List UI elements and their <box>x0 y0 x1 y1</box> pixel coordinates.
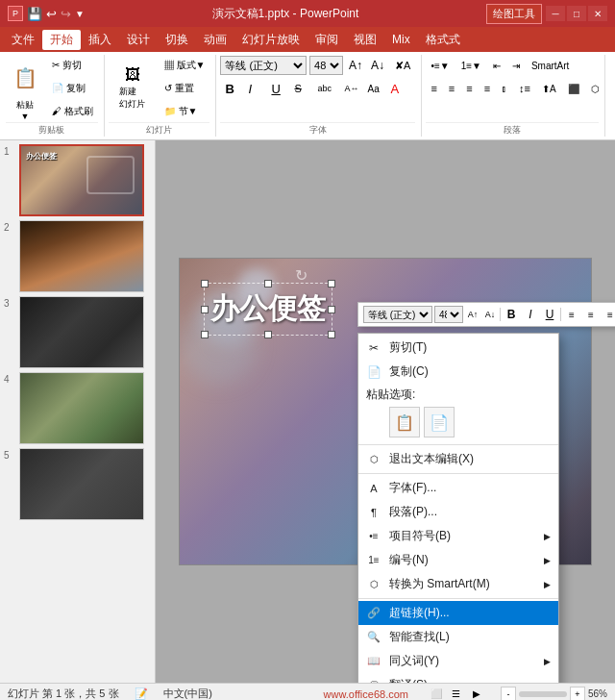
strikethrough-button[interactable]: S <box>289 78 310 99</box>
slide-preview-3[interactable] <box>19 296 144 368</box>
paste-option-1[interactable]: 📋 <box>389 407 420 438</box>
mini-shrink-btn[interactable]: A↓ <box>482 306 498 323</box>
font-family-select[interactable]: 等线 (正文) <box>220 56 307 75</box>
menu-transition[interactable]: 切换 <box>158 30 196 50</box>
font-color-button[interactable]: A <box>385 78 406 99</box>
menu-slideshow[interactable]: 幻灯片放映 <box>234 30 308 50</box>
font-grow-button[interactable]: A↑ <box>346 55 365 76</box>
font-size-select[interactable]: 48 <box>309 56 343 75</box>
handle-br[interactable] <box>328 331 335 338</box>
font-shrink-button[interactable]: A↓ <box>368 55 387 76</box>
text-align-button[interactable]: ⬛ <box>563 78 584 99</box>
paste-dropdown[interactable]: ▼ <box>21 112 30 121</box>
slide-reset-button[interactable]: ↺ 重置 <box>160 78 210 99</box>
new-slide-button[interactable]: 🖼 新建幻灯片 <box>109 63 157 113</box>
line-spacing-button[interactable]: ↕≡ <box>514 78 535 99</box>
mini-align-center[interactable]: ≡ <box>582 306 600 323</box>
cm-bullets[interactable]: •≡ 项目符号(B) ▶ <box>358 524 558 548</box>
cm-smartart[interactable]: ⬡ 转换为 SmartArt(M) ▶ <box>358 572 558 596</box>
quick-access-undo[interactable]: ↩ <box>46 7 57 21</box>
smartart-button[interactable]: SmartArt <box>527 55 574 76</box>
handle-bl[interactable] <box>201 331 209 338</box>
slide-preview-2[interactable] <box>19 220 144 292</box>
slide-preview-5[interactable] <box>19 448 144 520</box>
notes-icon[interactable]: 📝 <box>135 688 148 700</box>
zoom-out-btn[interactable]: - <box>501 687 516 701</box>
paste-button[interactable]: 📋 <box>6 57 44 99</box>
text-direction-button[interactable]: ⬆A <box>537 78 561 99</box>
handle-tr[interactable] <box>328 280 335 288</box>
handle-tl[interactable] <box>201 280 209 288</box>
handle-bm[interactable] <box>264 331 272 338</box>
italic-button[interactable]: I <box>243 78 264 99</box>
slide-thumb-4[interactable]: 4 <box>4 372 151 444</box>
menu-home[interactable]: 开始 <box>42 30 81 50</box>
mini-font-select[interactable]: 等线 (正文) <box>363 306 432 323</box>
slide-thumb-3[interactable]: 3 <box>4 296 151 368</box>
mini-align-left[interactable]: ≡ <box>563 306 580 323</box>
columns-button[interactable]: ⫾ <box>497 78 512 99</box>
handle-tm[interactable] <box>264 280 272 288</box>
align-left-button[interactable]: ≡ <box>426 78 441 99</box>
minimize-button[interactable]: ─ <box>546 6 565 21</box>
close-button[interactable]: ✕ <box>588 6 607 21</box>
edit-area[interactable]: 办公便签 ↻ 等线 (正文) 48 A↑ A↓ B I U ≡ ≡ ≡ ≡ <box>156 140 615 683</box>
bullets-button[interactable]: •≡▼ <box>426 55 454 76</box>
bold-button[interactable]: B <box>220 78 241 99</box>
slide-preview-1[interactable]: 办公便签 <box>19 144 144 216</box>
handle-mr[interactable] <box>328 306 335 313</box>
outline-view-btn[interactable]: ☰ <box>448 686 465 701</box>
indent-more-button[interactable]: ⇥ <box>507 55 525 76</box>
normal-view-btn[interactable]: ⬜ <box>428 686 445 701</box>
cm-font[interactable]: A 字体(F)... <box>358 476 558 500</box>
clear-format-button[interactable]: ✘A <box>390 55 415 76</box>
align-center-button[interactable]: ≡ <box>444 78 459 99</box>
cut-button[interactable]: ✂ 剪切 <box>47 55 98 76</box>
menu-view[interactable]: 视图 <box>346 30 384 50</box>
cm-copy[interactable]: 📄 复制(C) <box>358 360 558 384</box>
cm-numbering[interactable]: 1≡ 编号(N) ▶ <box>358 548 558 572</box>
mini-italic-btn[interactable]: I <box>522 306 539 323</box>
handle-ml[interactable] <box>201 306 209 313</box>
slide-layout-button[interactable]: ▦ 版式▼ <box>160 55 210 76</box>
quick-access-redo[interactable]: ↪ <box>61 7 71 21</box>
mini-bold-btn[interactable]: B <box>503 306 520 323</box>
rotate-handle[interactable]: ↻ <box>295 266 308 285</box>
slideshow-btn[interactable]: ▶ <box>468 686 485 701</box>
spacing-button[interactable]: A↔ <box>339 78 360 99</box>
menu-file[interactable]: 文件 <box>4 30 42 50</box>
cm-translate[interactable]: ㊊ 翻译(S) <box>358 673 558 683</box>
copy-button[interactable]: 📄 复制 <box>47 78 98 99</box>
align-right-button[interactable]: ≡ <box>461 78 477 99</box>
menu-design[interactable]: 设计 <box>119 30 158 50</box>
slide-thumb-2[interactable]: 2 <box>4 220 151 292</box>
mini-grow-btn[interactable]: A↑ <box>465 306 480 323</box>
maximize-button[interactable]: □ <box>567 6 586 21</box>
quick-access-more[interactable]: ▼ <box>75 9 85 19</box>
format-painter-button[interactable]: 🖌 格式刷 <box>47 101 98 122</box>
zoom-in-btn[interactable]: + <box>570 687 585 701</box>
mini-align-right[interactable]: ≡ <box>602 306 615 323</box>
convert-to-smartart-btn[interactable]: ⬡ <box>586 78 604 99</box>
numbering-button[interactable]: 1≡▼ <box>456 55 486 76</box>
underline-button[interactable]: U <box>266 78 287 99</box>
menu-format[interactable]: 格式式 <box>418 30 468 50</box>
cm-exit-edit[interactable]: ⬡ 退出文本编辑(X) <box>358 447 558 471</box>
slide-thumb-1[interactable]: 1 办公便签 <box>4 144 151 216</box>
text-box[interactable]: 办公便签 <box>204 283 332 336</box>
quick-access-save[interactable]: 💾 <box>27 7 42 21</box>
justify-button[interactable]: ≡ <box>480 78 495 99</box>
menu-review[interactable]: 审阅 <box>308 30 346 50</box>
indent-less-button[interactable]: ⇤ <box>488 55 505 76</box>
zoom-slider[interactable] <box>519 691 567 697</box>
menu-animation[interactable]: 动画 <box>196 30 234 50</box>
menu-insert[interactable]: 插入 <box>81 30 119 50</box>
mini-underline-btn[interactable]: U <box>541 306 558 323</box>
menu-mix[interactable]: Mix <box>384 31 418 48</box>
shadow-button[interactable]: abc <box>312 78 337 99</box>
cm-hyperlink[interactable]: 🔗 超链接(H)... <box>358 601 558 625</box>
slide-section-button[interactable]: 📁 节▼ <box>160 101 210 122</box>
cm-synonyms[interactable]: 📖 同义词(Y) ▶ <box>358 649 558 673</box>
case-button[interactable]: Aa <box>362 78 383 99</box>
cm-smart-search[interactable]: 🔍 智能查找(L) <box>358 625 558 649</box>
